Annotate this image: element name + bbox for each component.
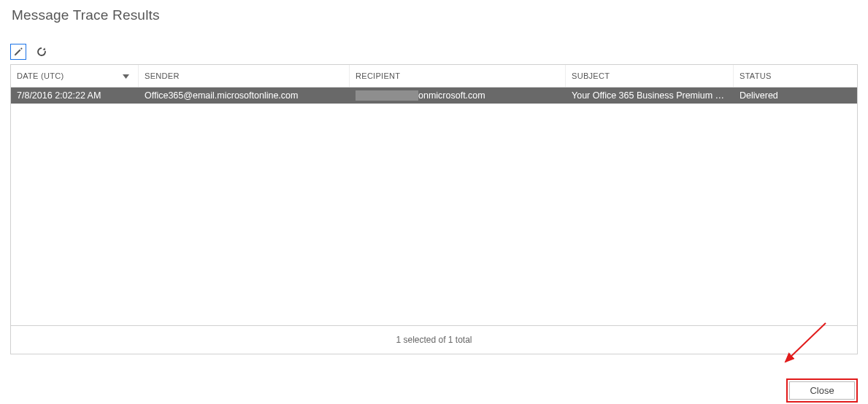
column-header-label: SUBJECT	[572, 71, 610, 80]
column-header-recipient[interactable]: RECIPIENT	[350, 65, 566, 87]
table-row[interactable]: 7/8/2016 2:02:22 AM Office365@email.micr…	[11, 88, 857, 104]
results-table: DATE (UTC) SENDER RECIPIENT SUBJECT STAT…	[10, 64, 858, 354]
selection-status: 1 selected of 1 total	[11, 325, 857, 354]
toolbar	[10, 44, 868, 60]
cell-recipient: onmicrosoft.com	[350, 90, 566, 101]
sort-descending-icon	[123, 71, 129, 80]
column-header-label: SENDER	[145, 71, 180, 80]
column-header-sender[interactable]: SENDER	[139, 65, 350, 87]
table-body: 7/8/2016 2:02:22 AM Office365@email.micr…	[11, 88, 857, 325]
pencil-icon	[13, 47, 23, 57]
column-header-label: RECIPIENT	[356, 71, 400, 80]
column-header-label: STATUS	[740, 71, 772, 80]
recipient-suffix: onmicrosoft.com	[418, 90, 485, 101]
column-header-date[interactable]: DATE (UTC)	[11, 65, 139, 87]
refresh-icon	[36, 46, 47, 58]
page-title: Message Trace Results	[0, 0, 868, 23]
edit-button[interactable]	[10, 44, 26, 60]
cell-sender: Office365@email.microsoftonline.com	[139, 90, 350, 101]
cell-date: 7/8/2016 2:02:22 AM	[11, 90, 139, 101]
close-button[interactable]: Close	[789, 381, 855, 400]
column-header-subject[interactable]: SUBJECT	[566, 65, 734, 87]
refresh-button[interactable]	[34, 44, 50, 60]
column-header-label: DATE (UTC)	[17, 71, 64, 80]
cell-subject: Your Office 365 Business Premium Trial …	[566, 90, 734, 101]
cell-status: Delivered	[734, 90, 857, 101]
column-header-status[interactable]: STATUS	[734, 65, 857, 87]
table-header: DATE (UTC) SENDER RECIPIENT SUBJECT STAT…	[11, 65, 857, 88]
redacted-block	[356, 90, 418, 101]
